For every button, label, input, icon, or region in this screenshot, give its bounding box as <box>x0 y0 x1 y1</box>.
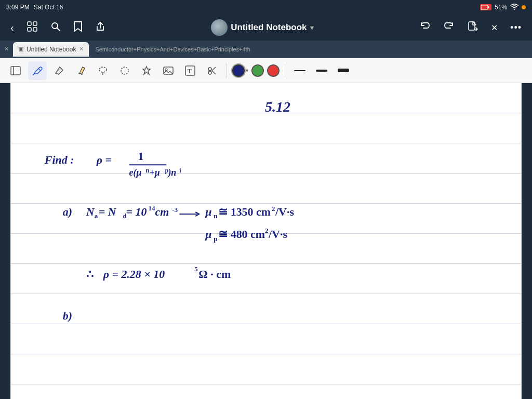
svg-point-15 <box>99 67 107 72</box>
back-button[interactable]: ‹ <box>8 20 16 36</box>
tab-notebook-label: Untitled Notebook <box>26 46 76 53</box>
svg-line-21 <box>212 67 216 71</box>
svg-rect-4 <box>33 22 37 25</box>
svg-text:≅ 480  cm: ≅ 480 cm <box>218 228 265 241</box>
battery-percent: 51% <box>495 4 507 11</box>
title-dropdown-arrow[interactable]: ▾ <box>310 24 314 32</box>
handwritten-content: 5.12 Find : ρ = 1 e(μ n +μ p )n i a) N a… <box>11 83 521 399</box>
tab-close-button[interactable]: ✕ <box>79 46 84 52</box>
svg-text:p: p <box>214 235 217 243</box>
thickness-medium[interactable] <box>312 61 331 80</box>
search-button[interactable] <box>48 19 63 36</box>
svg-point-16 <box>121 67 128 74</box>
scissors-tool-button[interactable] <box>203 61 221 80</box>
svg-text:ρ  =: ρ = <box>96 153 112 166</box>
pen-tool-button[interactable] <box>28 61 47 80</box>
svg-line-12 <box>38 69 41 71</box>
sidebar-toggle-button[interactable] <box>6 61 25 80</box>
svg-text:μ: μ <box>205 228 211 241</box>
battery-icon <box>480 4 491 10</box>
eraser-tool-button[interactable] <box>50 61 69 80</box>
lasso-tool-button[interactable] <box>94 61 112 80</box>
tab-notebook-icon: ▣ <box>18 46 23 52</box>
tab-untitled-notebook[interactable]: ▣ Untitled Notebook ✕ <box>13 42 89 57</box>
svg-rect-2 <box>482 6 485 9</box>
nav-bar: ‹ <box>0 15 532 41</box>
shape-tool-button[interactable] <box>115 61 134 80</box>
star-tool-button[interactable] <box>137 61 156 80</box>
external-tab-label: Semiconductor+Physics+And+Devices+Basic+… <box>95 46 250 52</box>
app-icon <box>211 19 228 36</box>
notebook-area: 5.12 Find : ρ = 1 e(μ n +μ p )n i a) N a… <box>10 83 522 399</box>
tab-bar: ✕ ▣ Untitled Notebook ✕ Semiconductor+Ph… <box>0 41 532 58</box>
svg-text:a): a) <box>63 205 72 218</box>
svg-text:/V·s: /V·s <box>268 228 287 241</box>
dot-orange <box>522 5 526 9</box>
color-green[interactable] <box>251 64 264 77</box>
color-selector-dropdown[interactable]: ▾ <box>232 64 248 77</box>
redo-button[interactable] <box>441 19 457 37</box>
more-button[interactable]: ••• <box>508 20 524 35</box>
thickness-thin[interactable] <box>290 61 309 80</box>
svg-point-24 <box>208 71 211 74</box>
export-button[interactable] <box>465 19 481 37</box>
svg-rect-3 <box>28 22 31 25</box>
svg-text:2: 2 <box>265 227 268 234</box>
highlighter-tool-button[interactable] <box>72 61 90 80</box>
svg-text:a: a <box>95 212 98 220</box>
svg-point-7 <box>52 23 58 29</box>
grid-view-button[interactable] <box>24 19 40 37</box>
toolbar-divider-2 <box>285 63 285 78</box>
svg-text:= 10: = 10 <box>126 205 147 218</box>
svg-text:p: p <box>165 167 168 174</box>
color-dropdown-arrow: ▾ <box>246 68 248 73</box>
image-tool-button[interactable] <box>159 61 178 80</box>
time-display: 3:09 PM <box>6 4 30 11</box>
svg-text:n: n <box>145 167 149 174</box>
thickness-thick[interactable] <box>334 61 353 80</box>
svg-text:Find :: Find : <box>44 153 74 166</box>
svg-text:i: i <box>179 167 181 174</box>
svg-line-22 <box>212 71 216 74</box>
svg-rect-10 <box>11 66 20 75</box>
tab-bar-close[interactable]: ✕ <box>4 46 9 52</box>
svg-point-23 <box>208 68 211 71</box>
svg-text:n: n <box>214 212 218 220</box>
svg-text:= N: = N <box>99 205 117 218</box>
svg-rect-1 <box>488 6 489 8</box>
svg-text:b): b) <box>63 309 72 322</box>
svg-text:-3: -3 <box>172 206 178 214</box>
toolbar: T ▾ <box>0 58 532 83</box>
svg-text:Ω · cm: Ω · cm <box>198 268 231 281</box>
svg-text:)n: )n <box>167 167 176 178</box>
color-red[interactable] <box>267 64 280 77</box>
svg-text:cm: cm <box>155 205 169 218</box>
svg-text:1: 1 <box>138 150 144 163</box>
svg-text:d: d <box>123 212 127 220</box>
svg-text:μ: μ <box>205 205 211 218</box>
text-tool-button[interactable]: T <box>181 61 200 80</box>
svg-text:≅ 1350 cm: ≅ 1350 cm <box>218 205 271 218</box>
bookmark-button[interactable] <box>71 19 85 37</box>
svg-rect-6 <box>33 28 37 31</box>
toolbar-divider-1 <box>227 63 227 78</box>
svg-text:5: 5 <box>194 265 198 273</box>
svg-text:ρ  =  2.28 × 10: ρ = 2.28 × 10 <box>103 268 165 281</box>
svg-text:14: 14 <box>148 204 155 212</box>
svg-line-8 <box>57 28 60 31</box>
wifi-icon <box>510 3 518 12</box>
svg-text:e(μ: e(μ <box>129 167 142 178</box>
share-button[interactable] <box>93 19 108 36</box>
svg-text:5.12: 5.12 <box>265 99 290 115</box>
svg-text:N: N <box>86 205 95 218</box>
svg-rect-5 <box>28 28 31 31</box>
svg-text:∴: ∴ <box>86 268 94 281</box>
date-display: Sat Oct 16 <box>34 4 63 11</box>
svg-text:2: 2 <box>272 205 275 212</box>
close-button[interactable]: ✕ <box>489 21 500 35</box>
selected-color-dark-blue[interactable] <box>232 64 245 77</box>
svg-text:T: T <box>188 68 192 75</box>
tab-external-doc[interactable]: Semiconductor+Physics+And+Devices+Basic+… <box>91 44 254 55</box>
svg-text:+μ: +μ <box>149 167 159 178</box>
undo-button[interactable] <box>417 19 433 37</box>
